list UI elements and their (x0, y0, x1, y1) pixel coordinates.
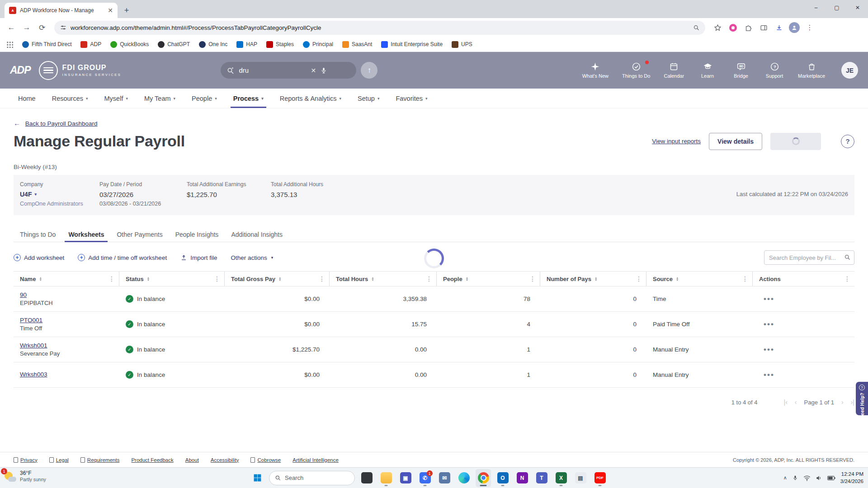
bookmark-staples[interactable]: Staples (266, 41, 294, 48)
tab-additional-insights[interactable]: Additional Insights (225, 227, 289, 242)
column-menu-icon[interactable]: ⋮ (319, 275, 325, 282)
battery-icon[interactable] (827, 475, 835, 481)
employee-search-input[interactable] (764, 250, 854, 265)
bookmark-fifth-third[interactable]: Fifth Third Direct (22, 41, 71, 48)
sort-icon[interactable]: ▲▼ (39, 277, 42, 282)
add-time-off-worksheet-button[interactable]: +Add time / time off worksheet (78, 254, 167, 261)
tab-worksheets[interactable]: Worksheets (62, 227, 110, 242)
sort-icon[interactable]: ▲▼ (278, 277, 281, 282)
worksheet-link[interactable]: Wrksh001 (20, 342, 47, 349)
minimize-button[interactable]: – (806, 0, 826, 15)
footer-requirements-link[interactable]: Requirements (80, 457, 120, 463)
column-header-source[interactable]: Source▲▼⋮ (646, 272, 753, 286)
column-menu-icon[interactable]: ⋮ (529, 275, 536, 282)
pink-extension-icon[interactable] (726, 21, 740, 34)
support-button[interactable]: ? Support (764, 62, 784, 79)
browser-tab[interactable]: A ADP Workforce Now - Manage ✕ (5, 3, 118, 18)
row-actions-menu-icon[interactable]: ••• (753, 295, 854, 304)
nav-home[interactable]: Home (18, 89, 36, 108)
nav-reports-analytics[interactable]: Reports & Analytics▾ (280, 89, 341, 108)
nav-setup[interactable]: Setup▾ (358, 89, 379, 108)
phone-link-button[interactable]: ✆1 (417, 469, 433, 487)
worksheet-link[interactable]: Wrksh003 (20, 371, 47, 378)
tab-things-to-do[interactable]: Things to Do (14, 227, 62, 242)
tab-close-icon[interactable]: ✕ (108, 7, 113, 14)
worksheet-link[interactable]: 90 (20, 291, 27, 298)
company-code-dropdown[interactable]: U4F▾ (20, 191, 99, 198)
url-bar[interactable]: workforcenow.adp.com/theme/admin.html#/P… (54, 21, 705, 35)
sort-icon[interactable]: ▲▼ (466, 277, 468, 282)
downloads-icon[interactable] (772, 21, 786, 34)
need-help-tab[interactable]: ? Need Help? (856, 382, 868, 415)
camera-app-button[interactable]: ▣ (398, 469, 413, 487)
column-menu-icon[interactable]: ⋮ (844, 275, 850, 282)
footer-about-link[interactable]: About (185, 457, 199, 463)
mail-app-button[interactable]: ✉ (437, 469, 452, 487)
apps-grid-icon[interactable] (6, 41, 13, 48)
wifi-icon[interactable] (803, 475, 811, 481)
onenote-button[interactable]: N (514, 469, 530, 487)
side-panel-icon[interactable] (757, 21, 770, 34)
column-menu-icon[interactable]: ⋮ (636, 275, 642, 282)
taskbar-search[interactable]: Search (269, 471, 355, 485)
view-details-button[interactable]: View details (709, 133, 762, 150)
footer-privacy-link[interactable]: Privacy (14, 457, 38, 463)
column-header-total-hours[interactable]: Total Hours▲▼⋮ (330, 272, 437, 286)
nav-people[interactable]: People▾ (192, 89, 217, 108)
view-input-reports-link[interactable]: View input reports (652, 138, 701, 145)
whats-new-button[interactable]: What's New (582, 62, 609, 79)
footer-product-feedback-link[interactable]: Product Feedback (131, 457, 173, 463)
taskbar-clock[interactable]: 12:24 PM 3/24/2026 (840, 471, 863, 485)
outlook-button[interactable]: O (495, 469, 510, 487)
footer-legal-link[interactable]: Legal (49, 457, 69, 463)
sort-icon[interactable]: ▲▼ (147, 277, 150, 282)
start-button[interactable] (250, 469, 265, 487)
import-file-button[interactable]: Import file (180, 254, 217, 261)
row-actions-menu-icon[interactable]: ••• (753, 371, 854, 380)
nav-process[interactable]: Process▾ (233, 89, 264, 108)
weather-widget[interactable]: 1 36°F Partly sunny (4, 470, 46, 483)
bookmark-intuit[interactable]: Intuit Enterprise Suite (381, 41, 443, 48)
chrome-button[interactable] (476, 469, 491, 487)
back-to-payroll-dashboard-link[interactable]: Back to Payroll Dashboard (25, 120, 98, 127)
column-header-status[interactable]: Status▲▼⋮ (119, 272, 225, 286)
microphone-icon[interactable] (320, 67, 327, 74)
clear-search-icon[interactable]: ✕ (311, 67, 316, 74)
browser-profile-avatar[interactable] (788, 21, 801, 34)
add-worksheet-button[interactable]: +Add worksheet (14, 254, 64, 261)
omnibox-zoom-icon[interactable] (693, 24, 700, 31)
user-avatar[interactable]: JE (841, 62, 858, 79)
sort-icon[interactable]: ▲▼ (371, 277, 374, 282)
footer-artificial-intelligence-link[interactable]: Artificial Intelligence (292, 457, 339, 463)
footer-cobrowse-link[interactable]: Cobrowse (250, 457, 281, 463)
maximize-button[interactable]: ▢ (826, 0, 847, 15)
bookmark-principal[interactable]: Principal (303, 41, 333, 48)
teams-button[interactable]: T (534, 469, 549, 487)
file-explorer-button[interactable] (378, 469, 394, 487)
header-search-field[interactable]: ✕ (221, 62, 356, 79)
bookmark-ups[interactable]: UPS (452, 41, 472, 48)
bookmark-saasant[interactable]: SaasAnt (342, 41, 372, 48)
new-tab-button[interactable]: + (120, 4, 133, 17)
bookmark-quickbooks[interactable]: QuickBooks (110, 41, 149, 48)
company-name-link[interactable]: CompOne Administrators (20, 201, 99, 207)
back-button[interactable]: ← (5, 21, 18, 34)
column-menu-icon[interactable]: ⋮ (426, 275, 432, 282)
calendar-button[interactable]: Calendar (664, 62, 684, 79)
nav-resources[interactable]: Resources▾ (52, 89, 88, 108)
bookmark-star-icon[interactable] (711, 21, 724, 34)
previous-page-icon[interactable]: ‹ (795, 399, 797, 406)
help-button[interactable]: ? (841, 135, 854, 148)
other-actions-dropdown[interactable]: Other actions▾ (231, 254, 273, 261)
things-to-do-button[interactable]: Things to Do (622, 62, 650, 79)
worksheet-link[interactable]: PTO001 (20, 317, 42, 324)
column-header-people[interactable]: People▲▼⋮ (437, 272, 540, 286)
volume-icon[interactable] (816, 475, 822, 481)
sort-icon[interactable]: ▲▼ (676, 277, 679, 282)
first-page-icon[interactable]: |‹ (784, 399, 788, 406)
footer-accessibility-link[interactable]: Accessibility (211, 457, 239, 463)
extensions-puzzle-icon[interactable] (741, 21, 755, 34)
task-view-button[interactable] (359, 469, 374, 487)
search-icon[interactable] (844, 254, 851, 261)
last-page-icon[interactable]: ›| (851, 399, 854, 406)
